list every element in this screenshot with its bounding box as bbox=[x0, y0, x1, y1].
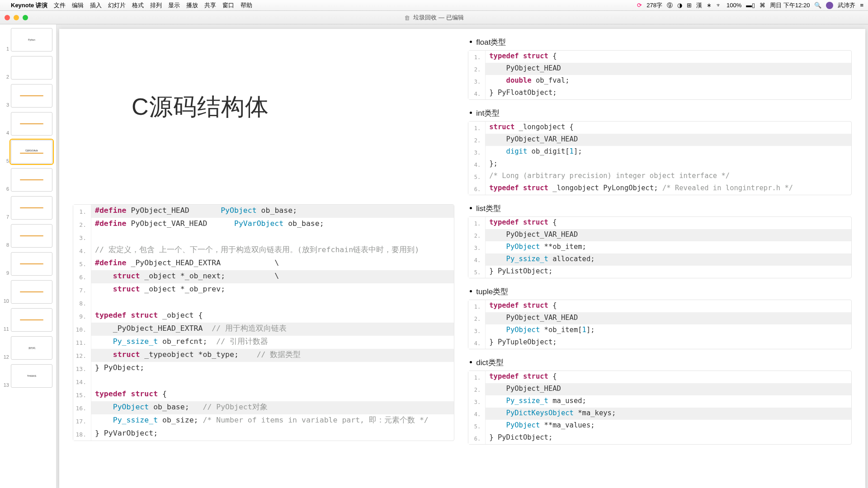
code-line: 6.} PyDictObject; bbox=[468, 432, 851, 444]
thumb-row[interactable]: 11 bbox=[3, 308, 53, 332]
code-content: } PyListObject; bbox=[486, 266, 851, 278]
line-number: 5. bbox=[73, 257, 91, 270]
slide-navigator[interactable]: 1Python2345C源码结构体6789101112源代码13THANKS bbox=[0, 24, 57, 488]
status-grammarly-icon[interactable]: ⓖ bbox=[667, 1, 673, 9]
slide-thumbnail-3[interactable] bbox=[11, 84, 52, 108]
slide-thumbnail-4[interactable] bbox=[11, 112, 52, 136]
code-content: typedef struct { bbox=[486, 371, 851, 383]
menu-window[interactable]: 窗口 bbox=[222, 1, 234, 9]
line-number: 6. bbox=[73, 270, 91, 283]
line-number: 4. bbox=[468, 87, 486, 99]
thumb-row[interactable]: 12源代码 bbox=[3, 336, 53, 360]
wifi-icon[interactable]: ᯤ bbox=[716, 2, 722, 9]
app-name[interactable]: Keynote 讲演 bbox=[11, 1, 47, 9]
close-window-button[interactable] bbox=[5, 15, 10, 20]
code-content: struct _object *_ob_prev; bbox=[91, 283, 454, 296]
document-icon: 🗑 bbox=[404, 14, 410, 21]
code-line: 6. struct _object *_ob_next; \ bbox=[73, 270, 454, 283]
status-word-count[interactable]: 278字 bbox=[646, 1, 662, 9]
code-content: #define _PyObject_HEAD_EXTRA \ bbox=[91, 257, 454, 270]
user-name[interactable]: 武沛齐 bbox=[838, 1, 855, 9]
status-unknown-icon-2[interactable]: ⊞ bbox=[687, 2, 692, 9]
slide-thumbnail-2[interactable] bbox=[11, 56, 52, 80]
thumb-number: 13 bbox=[3, 382, 9, 388]
line-number: 11. bbox=[73, 336, 91, 349]
slide-thumbnail-9[interactable] bbox=[11, 252, 52, 276]
thumb-row[interactable]: 9 bbox=[3, 252, 53, 276]
siri-icon[interactable]: ≡ bbox=[860, 2, 863, 9]
code-block-0[interactable]: 1.typedef struct {2. PyObject_HEAD3. dou… bbox=[468, 50, 852, 100]
code-content: PyObject_HEAD bbox=[486, 63, 851, 75]
code-content: }; bbox=[486, 158, 851, 170]
line-number: 1. bbox=[468, 371, 486, 383]
section-title: int类型 bbox=[468, 108, 852, 118]
code-block-4[interactable]: 1.typedef struct {2. PyObject_HEAD3. Py_… bbox=[468, 371, 852, 445]
menu-help[interactable]: 帮助 bbox=[241, 1, 252, 9]
line-number: 1. bbox=[73, 205, 91, 218]
zoom-window-button[interactable] bbox=[23, 15, 28, 20]
code-line: 4.// 宏定义，包含 上一个、下一个，用于构造双向链表用。(放到refchai… bbox=[73, 244, 454, 257]
thumb-row[interactable]: 8 bbox=[3, 224, 53, 248]
menu-play[interactable]: 播放 bbox=[186, 1, 198, 9]
slide-thumbnail-11[interactable] bbox=[11, 308, 52, 332]
menu-format[interactable]: 格式 bbox=[132, 1, 144, 9]
code-block-2[interactable]: 1.typedef struct {2. PyObject_VAR_HEAD3.… bbox=[468, 216, 852, 278]
thumb-row[interactable]: 4 bbox=[3, 112, 53, 136]
code-content: PyObject **ma_values; bbox=[486, 420, 851, 432]
window-titlebar: 🗑 垃圾回收 — 已编辑 bbox=[0, 11, 868, 24]
menu-slide[interactable]: 幻灯片 bbox=[108, 1, 126, 9]
slide-title[interactable]: C源码结构体 bbox=[132, 91, 454, 123]
thumb-row[interactable]: 5C源码结构体 bbox=[3, 140, 53, 164]
battery-icon[interactable]: ▬▯ bbox=[746, 2, 755, 9]
thumb-row[interactable]: 2 bbox=[3, 56, 53, 80]
status-unknown-icon-1[interactable]: ◑ bbox=[677, 2, 682, 9]
menu-edit[interactable]: 编辑 bbox=[72, 1, 84, 9]
menu-share[interactable]: 共享 bbox=[204, 1, 216, 9]
code-line: 11. Py_ssize_t ob_refcnt; // 引用计数器 bbox=[73, 336, 454, 349]
code-block-main[interactable]: 1.#define PyObject_HEAD PyObject ob_base… bbox=[73, 204, 454, 441]
slide-thumbnail-1[interactable]: Python bbox=[11, 28, 52, 52]
minimize-window-button[interactable] bbox=[14, 15, 19, 20]
slide-thumbnail-13[interactable]: THANKS bbox=[11, 364, 52, 388]
thumb-row[interactable]: 6 bbox=[3, 168, 53, 192]
code-block-3[interactable]: 1.typedef struct {2. PyObject_VAR_HEAD3.… bbox=[468, 300, 852, 349]
thumb-row[interactable]: 7 bbox=[3, 196, 53, 220]
status-input-icon[interactable]: 漢 bbox=[696, 1, 702, 9]
code-block-1[interactable]: 1.struct _longobject {2. PyObject_VAR_HE… bbox=[468, 121, 852, 195]
code-line: 14. bbox=[73, 375, 454, 388]
line-number: 8. bbox=[73, 296, 91, 310]
code-content: /* Long (arbitrary precision) integer ob… bbox=[486, 170, 851, 183]
thumb-row[interactable]: 3 bbox=[3, 84, 53, 108]
status-sync-icon[interactable]: ⟳ bbox=[637, 2, 642, 9]
slide-thumbnail-5[interactable]: C源码结构体 bbox=[11, 140, 52, 164]
user-avatar[interactable] bbox=[826, 2, 833, 9]
menu-insert[interactable]: 插入 bbox=[90, 1, 102, 9]
code-line: 7. struct _object *_ob_prev; bbox=[73, 283, 454, 296]
slide-thumbnail-8[interactable] bbox=[11, 224, 52, 248]
thumb-row[interactable]: 10 bbox=[3, 280, 53, 304]
thumb-number: 4 bbox=[3, 130, 9, 136]
slide-thumbnail-6[interactable] bbox=[11, 168, 52, 192]
type-section: tuple类型1.typedef struct {2. PyObject_VAR… bbox=[468, 286, 852, 349]
thumb-row[interactable]: 1Python bbox=[3, 28, 53, 52]
slide-thumbnail-7[interactable] bbox=[11, 196, 52, 220]
code-content: // 宏定义，包含 上一个、下一个，用于构造双向链表用。(放到refchain链… bbox=[91, 244, 454, 257]
line-number: 17. bbox=[73, 414, 91, 427]
thumb-number: 2 bbox=[3, 74, 9, 80]
code-line: 4. PyDictKeysObject *ma_keys; bbox=[468, 408, 851, 420]
type-section: list类型1.typedef struct {2. PyObject_VAR_… bbox=[468, 203, 852, 278]
status-app-icon[interactable]: ⌘ bbox=[760, 2, 765, 9]
thumb-row[interactable]: 13THANKS bbox=[3, 364, 53, 388]
clock[interactable]: 周日 下午12:20 bbox=[770, 1, 810, 9]
type-section: float类型1.typedef struct {2. PyObject_HEA… bbox=[468, 37, 852, 100]
spotlight-icon[interactable]: 🔍 bbox=[814, 2, 821, 9]
bluetooth-icon[interactable]: ∗ bbox=[707, 2, 712, 9]
menu-view[interactable]: 显示 bbox=[168, 1, 180, 9]
thumb-number: 9 bbox=[3, 270, 9, 276]
menu-arrange[interactable]: 排列 bbox=[150, 1, 162, 9]
slide-thumbnail-10[interactable] bbox=[11, 280, 52, 304]
slide-thumbnail-12[interactable]: 源代码 bbox=[11, 336, 52, 360]
menu-file[interactable]: 文件 bbox=[54, 1, 66, 9]
slide[interactable]: C源码结构体 1.#define PyObject_HEAD PyObject … bbox=[59, 29, 865, 488]
code-content: typedef struct { bbox=[91, 388, 454, 401]
